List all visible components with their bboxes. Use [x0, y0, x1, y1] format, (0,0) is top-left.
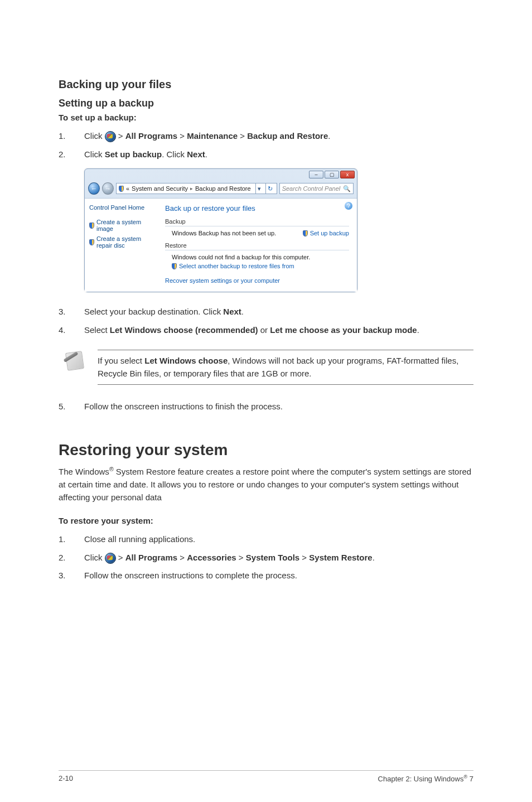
main-panel: ? Back up or restore your files Backup W… [157, 199, 357, 292]
registered-mark: ® [109, 466, 114, 472]
divider [165, 250, 349, 250]
text: . [373, 553, 375, 562]
bold-accessories: Accessories [187, 553, 236, 562]
heading-restoring-system: Restoring your system [59, 441, 473, 459]
step-number: 3. [59, 306, 84, 318]
sidebar-create-repair-disc[interactable]: Create a system repair disc [89, 235, 153, 249]
steps-setup-backup-end: 5. Follow the onscreen instructions to f… [59, 400, 473, 413]
text: Click [84, 131, 105, 141]
step-1: 1. Close all running applications. [59, 533, 473, 546]
step-text: Click Set up backup. Click Next. [84, 148, 473, 161]
screenshot-backup-restore: – ▢ x ← → « System and Security ▸ Backup… [84, 168, 473, 292]
page-footer: 2-10 Chapter 2: Using Windows® 7 [59, 770, 473, 783]
footer-chapter: Chapter 2: Using Windows® 7 [378, 774, 473, 783]
window-body: Control Panel Home Create a system image… [85, 198, 357, 292]
step-text: Close all running applications. [84, 533, 473, 546]
step-text: Select your backup destination. Click Ne… [84, 306, 473, 318]
step-number: 2. [59, 552, 84, 564]
bold-system-tools: System Tools [246, 553, 299, 562]
group-legend-restore: Restore [165, 242, 349, 249]
search-icon[interactable]: 🔍 [343, 185, 351, 192]
link-label: Select another backup to restore files f… [179, 263, 294, 269]
text: 7 [467, 775, 473, 783]
sidebar-control-panel-home[interactable]: Control Panel Home [89, 204, 153, 211]
backup-status-text: Windows Backup has not been set up. [172, 230, 276, 236]
steps-setup-backup-cont: 3. Select your backup destination. Click… [59, 306, 473, 336]
text: > [177, 131, 187, 141]
bold-next: Next [223, 307, 241, 316]
search-input[interactable]: Search Control Panel 🔍 [279, 183, 354, 194]
shield-icon [89, 239, 94, 245]
heading-setting-up: Setting up a backup [59, 98, 473, 109]
step-number: 5. [59, 400, 84, 413]
heading-to-set-up: To set up a backup: [59, 113, 473, 122]
footer-page-number: 2-10 [59, 774, 73, 783]
text: If you select [98, 356, 144, 365]
bold-let-me-choose: Let me choose as your backup mode [270, 325, 417, 335]
shield-icon [89, 223, 94, 229]
start-orb-icon [105, 131, 116, 142]
close-button[interactable]: x [340, 171, 355, 178]
text: Select [84, 325, 110, 335]
breadcrumb-backup-restore[interactable]: Backup and Restore [195, 185, 251, 192]
text: > [238, 131, 247, 141]
shield-icon [172, 263, 177, 269]
sidebar-item-label: Create a system repair disc [96, 235, 153, 249]
address-bar[interactable]: « System and Security ▸ Backup and Resto… [116, 183, 277, 194]
breadcrumb-separator-icon: ▸ [190, 186, 193, 191]
text: Chapter 2: Using Windows [378, 775, 464, 783]
text: . Click [162, 149, 187, 159]
text: . [417, 325, 419, 335]
sidebar: Control Panel Home Create a system image… [85, 199, 157, 292]
sidebar-item-label: Create a system image [96, 219, 153, 232]
restore-status-text: Windows could not find a backup for this… [165, 254, 349, 260]
bold-backup-restore: Backup and Restore [247, 131, 328, 141]
step-text: Click > All Programs > Accessories > Sys… [84, 552, 473, 564]
heading-backing-up: Backing up your files [59, 78, 473, 91]
group-legend-backup: Backup [165, 218, 349, 225]
step-number: 3. [59, 569, 84, 582]
bold-next: Next [187, 149, 205, 159]
text: > [177, 553, 187, 562]
heading-to-restore: To restore your system: [59, 516, 473, 525]
text: or [258, 325, 270, 335]
bold-system-restore: System Restore [309, 553, 372, 562]
sidebar-create-system-image[interactable]: Create a system image [89, 219, 153, 232]
bold-all-programs: All Programs [125, 131, 177, 141]
text: > [116, 553, 125, 562]
bold-let-windows-choose: Let Windows choose (recommended) [110, 325, 258, 335]
text: . [241, 307, 244, 316]
titlebar: – ▢ x [85, 169, 357, 180]
note-pencil-icon [62, 350, 86, 374]
text: . [328, 131, 330, 141]
steps-setup-backup: 1. Click > All Programs > Maintenance > … [59, 130, 473, 161]
minimize-button[interactable]: – [309, 171, 323, 178]
help-icon[interactable]: ? [345, 202, 352, 210]
forward-button[interactable]: → [102, 182, 114, 195]
text: > [116, 131, 125, 141]
bold-let-windows-choose: Let Windows choose [144, 356, 228, 365]
step-text: Click > All Programs > Maintenance > Bac… [84, 130, 473, 143]
select-another-backup-link[interactable]: Select another backup to restore files f… [165, 263, 349, 269]
breadcrumb-system-security[interactable]: System and Security [132, 185, 188, 192]
step-text: Follow the onscreen instructions to fini… [84, 400, 473, 413]
steps-restore-system: 1. Close all running applications. 2. Cl… [59, 533, 473, 582]
search-placeholder: Search Control Panel [282, 185, 341, 192]
text: Click [84, 553, 105, 562]
address-dropdown-icon[interactable]: ▾ [255, 183, 263, 194]
refresh-icon[interactable]: ↻ [265, 183, 274, 194]
maximize-button[interactable]: ▢ [325, 171, 339, 178]
bold-set-up-backup: Set up backup [105, 149, 162, 159]
step-text: Follow the onscreen instructions to comp… [84, 569, 473, 582]
step-1: 1. Click > All Programs > Maintenance > … [59, 130, 473, 143]
note-block: If you select Let Windows choose, Window… [59, 350, 473, 385]
bold-maintenance: Maintenance [187, 131, 238, 141]
main-title: Back up or restore your files [165, 204, 349, 212]
set-up-backup-link[interactable]: Set up backup [303, 230, 349, 236]
step-3: 3. Follow the onscreen instructions to c… [59, 569, 473, 582]
back-button[interactable]: ← [88, 182, 100, 195]
recover-system-link[interactable]: Recover system settings or your computer [165, 277, 349, 284]
window-control-panel: – ▢ x ← → « System and Security ▸ Backup… [84, 168, 357, 292]
step-4: 4. Select Let Windows choose (recommende… [59, 324, 473, 337]
start-orb-icon [105, 553, 116, 564]
